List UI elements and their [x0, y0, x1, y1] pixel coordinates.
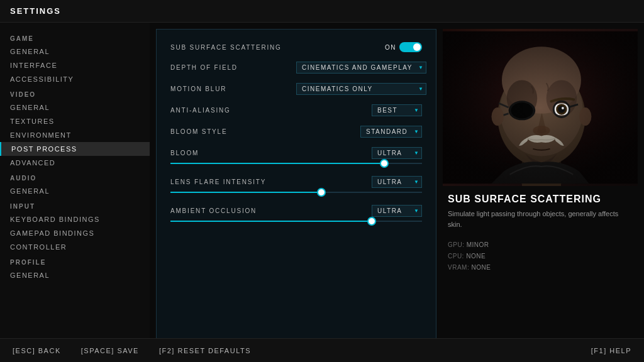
- back-button[interactable]: [ESC] BACK: [9, 344, 65, 357]
- setting-row-mb: MOTION BLUR CINEMATICS ONLY CINEMATICS A…: [170, 82, 422, 95]
- aa-control: BEST HIGH MEDIUM LOW: [372, 104, 422, 116]
- sidebar-item-video-general[interactable]: GENERAL: [0, 101, 150, 114]
- sidebar-item-video-textures[interactable]: TEXTURES: [0, 114, 150, 128]
- bloom-header: BLOOM ULTRA HIGH MEDIUM: [170, 146, 422, 159]
- info-panel: SUB SURFACE SCATTERING Simulate light pa…: [443, 186, 638, 356]
- bs-control: STANDARD CINEMATIC: [360, 125, 422, 138]
- sidebar-item-video-advanced[interactable]: ADVANCED: [0, 156, 150, 170]
- sidebar-item-game-general[interactable]: GENERAL: [0, 45, 150, 58]
- dof-select-wrapper[interactable]: CINEMATICS AND GAMEPLAY CINEMATICS ONLY …: [296, 61, 426, 74]
- sidebar-item-game-interface[interactable]: INTERFACE: [0, 58, 150, 72]
- setting-row-dof: DEPTH OF FIELD CINEMATICS AND GAMEPLAY C…: [170, 61, 422, 74]
- sidebar-item-input-gamepad[interactable]: GAMEPAD BINDINGS: [0, 226, 150, 240]
- section-header-input: INPUT: [0, 198, 150, 212]
- dof-label: DEPTH OF FIELD: [170, 64, 296, 71]
- mb-label: MOTION BLUR: [170, 85, 296, 92]
- character-image: [443, 29, 638, 186]
- lensflare-header: LENS FLARE INTENSITY ULTRA HIGH MEDIUM: [170, 175, 422, 188]
- setting-row-ao: AMBIENT OCCLUSION ULTRA HIGH MEDIUM: [170, 204, 422, 222]
- right-panel: SUB SURFACE SCATTERING Simulate light pa…: [443, 23, 644, 362]
- character-portrait: [443, 29, 638, 186]
- ao-slider-fill: [170, 221, 372, 222]
- reset-button[interactable]: [F2] RESET DEFAULTS: [155, 344, 255, 357]
- setting-row-bloom: BLOOM ULTRA HIGH MEDIUM: [170, 146, 422, 164]
- mb-control: CINEMATICS ONLY CINEMATICS AND GAMEPLAY …: [296, 82, 426, 95]
- bs-label: BLOOM STYLE: [170, 128, 296, 135]
- lensflare-slider-fill: [170, 192, 321, 193]
- sidebar-item-input-controller[interactable]: CONTROLLER: [0, 240, 150, 254]
- aa-label: ANTI-ALIASING: [170, 107, 296, 114]
- sss-toggle-knob: [413, 43, 421, 51]
- lensflare-select[interactable]: ULTRA HIGH MEDIUM: [372, 176, 422, 188]
- cpu-value: NONE: [466, 253, 486, 260]
- sidebar-item-input-keyboard[interactable]: KEYBOARD BINDINGS: [0, 212, 150, 226]
- cpu-stat: CPU: NONE: [448, 251, 633, 262]
- bloom-label: BLOOM: [170, 150, 296, 156]
- main-layout: GAMEGENERALINTERFACEACCESSIBILITYVIDEOGE…: [0, 23, 644, 362]
- ao-label: AMBIENT OCCLUSION: [170, 207, 296, 214]
- settings-panel: SUB SURFACE SCATTERING ON DEPTH OF FIELD…: [156, 29, 436, 356]
- ao-slider-thumb[interactable]: [367, 217, 376, 226]
- lensflare-slider-thumb[interactable]: [317, 188, 326, 197]
- bloom-slider-track[interactable]: [170, 163, 422, 164]
- section-header-profile: PROFILE: [0, 254, 150, 268]
- aa-select-wrapper[interactable]: BEST HIGH MEDIUM LOW: [372, 104, 422, 116]
- bloom-slider-thumb[interactable]: [380, 159, 389, 168]
- bloom-slider-fill: [170, 163, 384, 164]
- svg-rect-22: [443, 31, 638, 184]
- bottom-bar: [ESC] BACK [SPACE] SAVE [F2] RESET DEFAU…: [0, 338, 644, 362]
- vram-stat: VRAM: NONE: [448, 262, 633, 273]
- lensflare-slider-track[interactable]: [170, 192, 422, 193]
- dof-select[interactable]: CINEMATICS AND GAMEPLAY CINEMATICS ONLY …: [296, 62, 426, 74]
- setting-row-lensflare: LENS FLARE INTENSITY ULTRA HIGH MEDIUM: [170, 175, 422, 193]
- dof-control: CINEMATICS AND GAMEPLAY CINEMATICS ONLY …: [296, 61, 426, 74]
- lensflare-select-wrapper[interactable]: ULTRA HIGH MEDIUM: [372, 175, 422, 188]
- ao-select[interactable]: ULTRA HIGH MEDIUM: [372, 205, 422, 217]
- bs-select[interactable]: STANDARD CINEMATIC: [360, 126, 422, 138]
- bloom-select[interactable]: ULTRA HIGH MEDIUM: [372, 147, 422, 159]
- sidebar: GAMEGENERALINTERFACEACCESSIBILITYVIDEOGE…: [0, 23, 150, 362]
- ao-slider-track[interactable]: [170, 221, 422, 222]
- help-button[interactable]: [F1] HELP: [587, 344, 635, 357]
- lensflare-label: LENS FLARE INTENSITY: [170, 178, 296, 185]
- setting-row-aa: ANTI-ALIASING BEST HIGH MEDIUM LOW: [170, 104, 422, 116]
- gpu-stat: GPU: MINOR: [448, 239, 633, 251]
- bs-select-wrapper[interactable]: STANDARD CINEMATIC: [360, 125, 422, 138]
- info-title: SUB SURFACE SCATTERING: [448, 194, 633, 205]
- ao-select-wrapper[interactable]: ULTRA HIGH MEDIUM: [372, 204, 422, 217]
- section-header-game: GAME: [0, 30, 150, 45]
- bottom-right: [F1] HELP: [587, 344, 635, 357]
- setting-row-sss: SUB SURFACE SCATTERING ON: [170, 42, 422, 52]
- save-button[interactable]: [SPACE] SAVE: [77, 344, 143, 357]
- sidebar-item-game-accessibility[interactable]: ACCESSIBILITY: [0, 72, 150, 86]
- sss-control[interactable]: ON: [385, 42, 422, 52]
- section-header-video: VIDEO: [0, 86, 150, 101]
- sidebar-item-video-environment[interactable]: ENVIRONMENT: [0, 128, 150, 142]
- sidebar-item-video-postprocess[interactable]: POST PROCESS: [0, 142, 150, 156]
- aa-select[interactable]: BEST HIGH MEDIUM LOW: [372, 104, 422, 116]
- page-title: SETTINGS: [10, 6, 61, 16]
- mb-select[interactable]: CINEMATICS ONLY CINEMATICS AND GAMEPLAY …: [296, 83, 426, 95]
- mb-select-wrapper[interactable]: CINEMATICS ONLY CINEMATICS AND GAMEPLAY …: [296, 82, 426, 95]
- vram-value: NONE: [471, 264, 491, 271]
- top-bar: SETTINGS: [0, 0, 644, 23]
- sidebar-item-profile-general[interactable]: GENERAL: [0, 268, 150, 282]
- sss-value: ON: [385, 44, 396, 51]
- sidebar-item-audio-general[interactable]: GENERAL: [0, 184, 150, 198]
- section-header-audio: AUDIO: [0, 170, 150, 184]
- info-description: Simulate light passing through objects, …: [448, 209, 633, 229]
- setting-row-bs: BLOOM STYLE STANDARD CINEMATIC: [170, 125, 422, 138]
- gpu-value: MINOR: [467, 241, 489, 248]
- bloom-select-wrapper[interactable]: ULTRA HIGH MEDIUM: [372, 146, 422, 159]
- sss-label: SUB SURFACE SCATTERING: [170, 44, 296, 51]
- sss-toggle[interactable]: [399, 42, 422, 52]
- ao-header: AMBIENT OCCLUSION ULTRA HIGH MEDIUM: [170, 204, 422, 217]
- perf-stats: GPU: MINOR CPU: NONE VRAM: NONE: [448, 239, 633, 273]
